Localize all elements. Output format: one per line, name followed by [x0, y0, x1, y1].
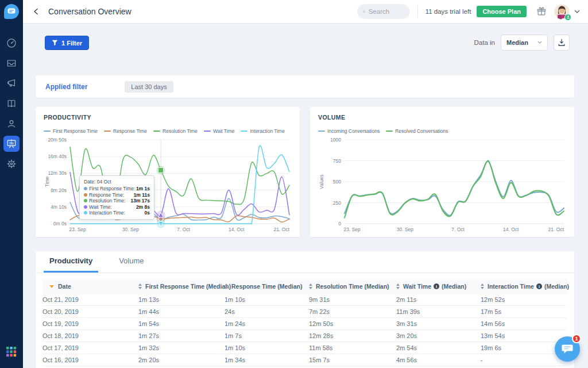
column-label: Response Time (Median) — [231, 283, 303, 290]
table-cell: Oct 18, 2019 — [42, 332, 131, 339]
productivity-chart[interactable]: 0m 0s4m 10s8m 20s12m 30s16m 40s20m 50sTi… — [44, 136, 292, 233]
table-cell: Oct 19, 2019 — [42, 320, 131, 327]
filter-button[interactable]: 1 Filter — [45, 36, 89, 50]
sidebar-item-reports[interactable] — [3, 136, 20, 152]
sidebar-item-dashboard[interactable] — [3, 35, 20, 51]
table-cell: 1m 24s — [218, 320, 302, 327]
column-header[interactable]: Resolution Time (Median) — [302, 283, 389, 290]
legend-item[interactable]: First Response Time — [44, 128, 98, 134]
table-cell: 1m 7s — [218, 332, 302, 339]
chat-launcher-button[interactable]: 1 — [555, 336, 580, 362]
filter-chip[interactable]: Last 30 days — [125, 81, 173, 93]
column-header[interactable]: Interaction Timei(Median) — [474, 283, 569, 290]
legend-item[interactable]: Resolution Time — [153, 128, 198, 134]
svg-text:23. Sep: 23. Sep — [69, 227, 87, 232]
sidebar-item-inbox[interactable] — [3, 55, 20, 71]
tab-productivity[interactable]: Productivity — [44, 256, 98, 273]
table-row[interactable]: Oct 17, 20191m 32s1m 10s11m 58s2m 54s19m… — [42, 342, 567, 354]
column-label: Date — [58, 283, 71, 290]
trial-countdown: 11 days trial left — [425, 8, 471, 15]
table-cell: - — [474, 356, 567, 363]
svg-text:14. Oct: 14. Oct — [229, 227, 245, 232]
column-header[interactable]: Wait Timei(Median) — [389, 283, 474, 290]
column-label: Wait Time — [403, 283, 431, 290]
data-in-label: Data in — [474, 39, 495, 46]
svg-text:23. Sep: 23. Sep — [344, 227, 361, 232]
table-row[interactable]: Oct 19, 20191m 54s1m 24s12m 50s3m 31s14m… — [42, 318, 567, 330]
page-title: Conversation Overview — [48, 7, 131, 16]
svg-text:30. Sep: 30. Sep — [122, 227, 140, 232]
sidebar-item-campaigns[interactable] — [3, 75, 20, 91]
left-rail — [0, 0, 23, 368]
table-row[interactable]: Oct 20, 20191m 44s24s7m 22s11m 39s17m 5s — [42, 306, 567, 318]
gift-icon[interactable] — [536, 6, 547, 17]
chevron-down-icon[interactable] — [574, 10, 580, 14]
table-row[interactable]: Oct 16, 20192m 20s1m 34s15m 7s4m 56s- — [42, 354, 567, 366]
table-cell: 17m 5s — [474, 308, 567, 315]
main-content: 1 Filter Data in Median Applied filter L… — [23, 24, 588, 368]
table-cell: 1m 44s — [131, 308, 218, 315]
productivity-legend: First Response TimeResponse TimeResoluti… — [44, 128, 292, 134]
legend-item[interactable]: Incoming Conversations — [318, 128, 380, 134]
svg-text:30. Sep: 30. Sep — [397, 227, 414, 232]
chat-bubble-icon — [562, 344, 573, 354]
legend-label: Resolution Time — [163, 128, 198, 134]
unread-count-badge: 1 — [572, 334, 581, 343]
info-icon[interactable]: i — [434, 283, 439, 289]
sort-icon — [309, 283, 312, 289]
chat-glyph-icon — [7, 8, 16, 15]
legend-swatch — [153, 131, 160, 132]
svg-text:20m 50s: 20m 50s — [48, 137, 67, 143]
table-cell: 2m 54s — [389, 344, 474, 351]
back-button[interactable] — [32, 7, 40, 16]
apps-grid-icon[interactable] — [3, 344, 20, 360]
svg-text:Values: Values — [319, 174, 324, 189]
table-cell: 1m 32s — [131, 344, 218, 351]
search-box[interactable] — [357, 4, 410, 19]
table-cell: 2m 11s — [389, 296, 474, 303]
tooltip-row: Wait Time:2m 8s — [84, 204, 150, 210]
table-tabs: ProductivityVolume — [36, 251, 574, 273]
sort-icon — [481, 283, 484, 289]
volume-chart[interactable]: 02505007501000Values23. Sep30. Sep7. Oct… — [318, 136, 566, 233]
info-icon[interactable]: i — [536, 283, 542, 289]
filter-button-label: 1 Filter — [61, 40, 82, 47]
applied-filter-bar: Applied filter Last 30 days — [36, 75, 574, 98]
table-cell: 11m 39s — [389, 308, 474, 315]
legend-item[interactable]: Interaction Time — [241, 128, 284, 134]
search-icon — [363, 8, 365, 16]
table-row[interactable]: Oct 21, 20191m 13s1m 10s9m 31s2m 11s12m … — [42, 294, 567, 306]
freshchat-logo-icon[interactable] — [4, 4, 19, 19]
column-header[interactable]: First Response Time (Median) — [131, 283, 218, 290]
aggregation-select[interactable]: Median — [501, 34, 548, 51]
table-cell: 1m 27s — [131, 332, 218, 339]
table-cell: 9m 31s — [302, 296, 389, 303]
header-divider — [417, 5, 418, 18]
tooltip-row: Interaction Time:0s — [84, 210, 150, 216]
download-button[interactable] — [554, 34, 570, 51]
table-row[interactable]: Oct 18, 20191m 27s1m 7s12m 28s3m 20s13m … — [42, 330, 567, 342]
legend-label: Resolved Conversations — [395, 128, 448, 134]
sidebar-item-faq[interactable] — [3, 95, 20, 112]
sidebar-item-contacts[interactable] — [3, 116, 20, 132]
column-header[interactable]: Date — [42, 283, 131, 290]
legend-swatch — [104, 131, 111, 132]
table-cell: 12m 52s — [474, 296, 567, 303]
search-input[interactable] — [369, 8, 404, 15]
legend-item[interactable]: Wait Time — [204, 128, 234, 134]
choose-plan-button[interactable]: Choose Plan — [477, 6, 527, 17]
legend-swatch — [204, 131, 211, 132]
tab-volume[interactable]: Volume — [113, 256, 149, 273]
svg-text:21. Oct: 21. Oct — [548, 227, 564, 232]
column-suffix: (Median) — [544, 283, 569, 290]
productivity-chart-card: PRODUCTIVITY First Response TimeResponse… — [36, 107, 300, 237]
sidebar-item-settings[interactable] — [3, 156, 20, 172]
user-menu[interactable] — [554, 4, 570, 20]
tooltip-row: First Response Time:1m 1s — [84, 186, 150, 192]
table-cell: Oct 17, 2019 — [42, 344, 131, 351]
legend-label: Interaction Time — [250, 128, 284, 134]
table-cell: 15m 7s — [302, 356, 389, 363]
legend-item[interactable]: Resolved Conversations — [386, 128, 448, 134]
legend-item[interactable]: Response Time — [104, 128, 147, 134]
column-header[interactable]: Response Time (Median) — [218, 283, 302, 290]
